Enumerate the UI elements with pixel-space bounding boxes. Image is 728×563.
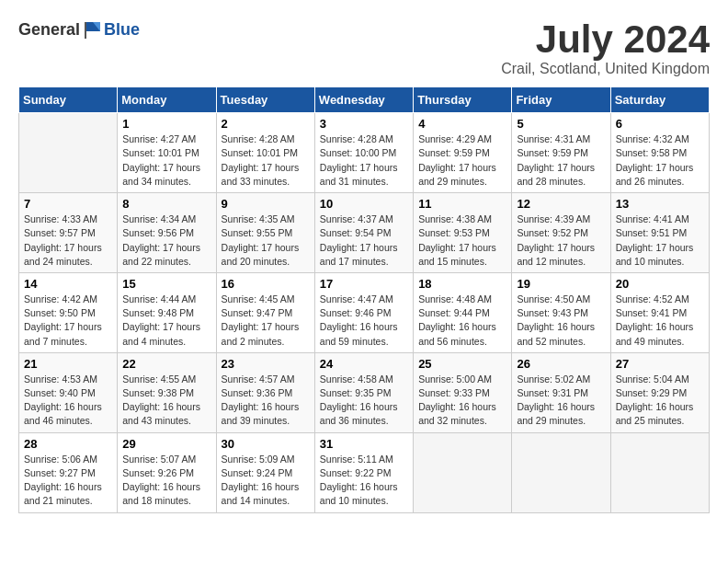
page-header: General Blue July 2024 Crail, Scotland, … [18, 18, 710, 77]
day-info: Sunrise: 4:57 AM Sunset: 9:36 PM Dayligh… [222, 373, 310, 429]
day-number: 20 [616, 277, 704, 291]
day-info: Sunrise: 4:28 AM Sunset: 10:01 PM Daylig… [222, 132, 310, 189]
day-number: 23 [222, 357, 310, 371]
day-info: Sunrise: 4:55 AM Sunset: 9:38 PM Dayligh… [122, 373, 210, 429]
day-number: 11 [418, 197, 506, 211]
day-info: Sunrise: 4:31 AM Sunset: 9:59 PM Dayligh… [517, 132, 605, 189]
day-number: 27 [616, 357, 704, 371]
day-number: 14 [24, 277, 112, 291]
day-info: Sunrise: 4:32 AM Sunset: 9:58 PM Dayligh… [616, 132, 704, 189]
day-info: Sunrise: 4:41 AM Sunset: 9:51 PM Dayligh… [616, 213, 704, 269]
calendar-week-row: 28Sunrise: 5:06 AM Sunset: 9:27 PM Dayli… [19, 432, 710, 512]
calendar-cell: 8Sunrise: 4:34 AM Sunset: 9:56 PM Daylig… [118, 193, 216, 273]
day-info: Sunrise: 4:50 AM Sunset: 9:43 PM Dayligh… [517, 293, 605, 349]
day-info: Sunrise: 4:44 AM Sunset: 9:48 PM Dayligh… [122, 293, 210, 349]
day-info: Sunrise: 4:47 AM Sunset: 9:46 PM Dayligh… [320, 293, 408, 349]
calendar-week-row: 1Sunrise: 4:27 AM Sunset: 10:01 PM Dayli… [19, 113, 710, 193]
calendar-cell: 26Sunrise: 5:02 AM Sunset: 9:31 PM Dayli… [512, 352, 610, 432]
calendar-cell [19, 113, 118, 193]
day-info: Sunrise: 4:33 AM Sunset: 9:57 PM Dayligh… [24, 213, 112, 269]
day-number: 4 [418, 117, 506, 131]
day-info: Sunrise: 5:04 AM Sunset: 9:29 PM Dayligh… [616, 373, 704, 429]
day-info: Sunrise: 5:09 AM Sunset: 9:24 PM Dayligh… [222, 453, 310, 509]
calendar-cell: 28Sunrise: 5:06 AM Sunset: 9:27 PM Dayli… [19, 432, 118, 512]
day-number: 2 [222, 117, 310, 131]
day-of-week-header: Wednesday [314, 87, 413, 113]
calendar-cell [610, 432, 709, 512]
calendar-cell: 6Sunrise: 4:32 AM Sunset: 9:58 PM Daylig… [610, 113, 709, 193]
day-info: Sunrise: 5:00 AM Sunset: 9:33 PM Dayligh… [418, 373, 506, 429]
day-of-week-header: Monday [118, 87, 216, 113]
calendar-cell: 11Sunrise: 4:38 AM Sunset: 9:53 PM Dayli… [414, 193, 512, 273]
calendar-week-row: 21Sunrise: 4:53 AM Sunset: 9:40 PM Dayli… [19, 352, 710, 432]
day-number: 29 [122, 437, 210, 451]
calendar-cell: 15Sunrise: 4:44 AM Sunset: 9:48 PM Dayli… [118, 272, 216, 352]
day-of-week-header: Tuesday [216, 87, 314, 113]
calendar-cell: 25Sunrise: 5:00 AM Sunset: 9:33 PM Dayli… [414, 352, 512, 432]
day-info: Sunrise: 4:52 AM Sunset: 9:41 PM Dayligh… [616, 293, 704, 349]
day-number: 21 [24, 357, 112, 371]
day-number: 10 [320, 197, 408, 211]
svg-rect-2 [85, 22, 86, 39]
calendar-cell: 9Sunrise: 4:35 AM Sunset: 9:55 PM Daylig… [216, 193, 314, 273]
day-number: 28 [24, 437, 112, 451]
day-info: Sunrise: 4:34 AM Sunset: 9:56 PM Dayligh… [122, 213, 210, 269]
day-info: Sunrise: 4:53 AM Sunset: 9:40 PM Dayligh… [24, 373, 112, 429]
day-info: Sunrise: 4:38 AM Sunset: 9:53 PM Dayligh… [418, 213, 506, 269]
calendar-cell: 27Sunrise: 5:04 AM Sunset: 9:29 PM Dayli… [610, 352, 709, 432]
day-info: Sunrise: 5:02 AM Sunset: 9:31 PM Dayligh… [517, 373, 605, 429]
day-number: 7 [24, 197, 112, 211]
calendar-cell: 18Sunrise: 4:48 AM Sunset: 9:44 PM Dayli… [414, 272, 512, 352]
day-info: Sunrise: 5:06 AM Sunset: 9:27 PM Dayligh… [24, 453, 112, 509]
month-year-title: July 2024 [501, 18, 710, 61]
day-info: Sunrise: 4:35 AM Sunset: 9:55 PM Dayligh… [222, 213, 310, 269]
day-of-week-header: Friday [512, 87, 610, 113]
day-info: Sunrise: 4:29 AM Sunset: 9:59 PM Dayligh… [418, 132, 506, 189]
calendar-table: SundayMondayTuesdayWednesdayThursdayFrid… [18, 86, 710, 512]
day-info: Sunrise: 4:28 AM Sunset: 10:00 PM Daylig… [320, 132, 408, 189]
location-text: Crail, Scotland, United Kingdom [501, 61, 710, 77]
calendar-cell: 2Sunrise: 4:28 AM Sunset: 10:01 PM Dayli… [216, 113, 314, 193]
calendar-cell: 7Sunrise: 4:33 AM Sunset: 9:57 PM Daylig… [19, 193, 118, 273]
calendar-cell: 22Sunrise: 4:55 AM Sunset: 9:38 PM Dayli… [118, 352, 216, 432]
day-info: Sunrise: 4:37 AM Sunset: 9:54 PM Dayligh… [320, 213, 408, 269]
calendar-cell: 20Sunrise: 4:52 AM Sunset: 9:41 PM Dayli… [610, 272, 709, 352]
calendar-header-row: SundayMondayTuesdayWednesdayThursdayFrid… [19, 87, 710, 113]
day-number: 8 [122, 197, 210, 211]
calendar-cell [512, 432, 610, 512]
day-number: 15 [122, 277, 210, 291]
day-number: 13 [616, 197, 704, 211]
calendar-cell [414, 432, 512, 512]
day-number: 3 [320, 117, 408, 131]
calendar-cell: 13Sunrise: 4:41 AM Sunset: 9:51 PM Dayli… [610, 193, 709, 273]
day-info: Sunrise: 5:07 AM Sunset: 9:26 PM Dayligh… [122, 453, 210, 509]
calendar-cell: 19Sunrise: 4:50 AM Sunset: 9:43 PM Dayli… [512, 272, 610, 352]
day-number: 17 [320, 277, 408, 291]
title-section: July 2024 Crail, Scotland, United Kingdo… [501, 18, 710, 77]
calendar-cell: 12Sunrise: 4:39 AM Sunset: 9:52 PM Dayli… [512, 193, 610, 273]
day-info: Sunrise: 4:45 AM Sunset: 9:47 PM Dayligh… [222, 293, 310, 349]
day-number: 5 [517, 117, 605, 131]
calendar-cell: 30Sunrise: 5:09 AM Sunset: 9:24 PM Dayli… [216, 432, 314, 512]
day-number: 12 [517, 197, 605, 211]
calendar-cell: 29Sunrise: 5:07 AM Sunset: 9:26 PM Dayli… [118, 432, 216, 512]
day-number: 1 [122, 117, 210, 131]
logo-general-text: General [18, 20, 80, 40]
day-number: 16 [222, 277, 310, 291]
calendar-week-row: 7Sunrise: 4:33 AM Sunset: 9:57 PM Daylig… [19, 193, 710, 273]
calendar-cell: 5Sunrise: 4:31 AM Sunset: 9:59 PM Daylig… [512, 113, 610, 193]
calendar-week-row: 14Sunrise: 4:42 AM Sunset: 9:50 PM Dayli… [19, 272, 710, 352]
calendar-cell: 10Sunrise: 4:37 AM Sunset: 9:54 PM Dayli… [314, 193, 413, 273]
day-of-week-header: Sunday [19, 87, 118, 113]
day-info: Sunrise: 4:48 AM Sunset: 9:44 PM Dayligh… [418, 293, 506, 349]
logo: General Blue [18, 18, 140, 40]
day-number: 22 [122, 357, 210, 371]
day-number: 6 [616, 117, 704, 131]
day-info: Sunrise: 5:11 AM Sunset: 9:22 PM Dayligh… [320, 453, 408, 509]
logo-blue-text: Blue [104, 20, 140, 40]
calendar-cell: 23Sunrise: 4:57 AM Sunset: 9:36 PM Dayli… [216, 352, 314, 432]
calendar-cell: 24Sunrise: 4:58 AM Sunset: 9:35 PM Dayli… [314, 352, 413, 432]
day-number: 24 [320, 357, 408, 371]
day-number: 30 [222, 437, 310, 451]
day-number: 26 [517, 357, 605, 371]
